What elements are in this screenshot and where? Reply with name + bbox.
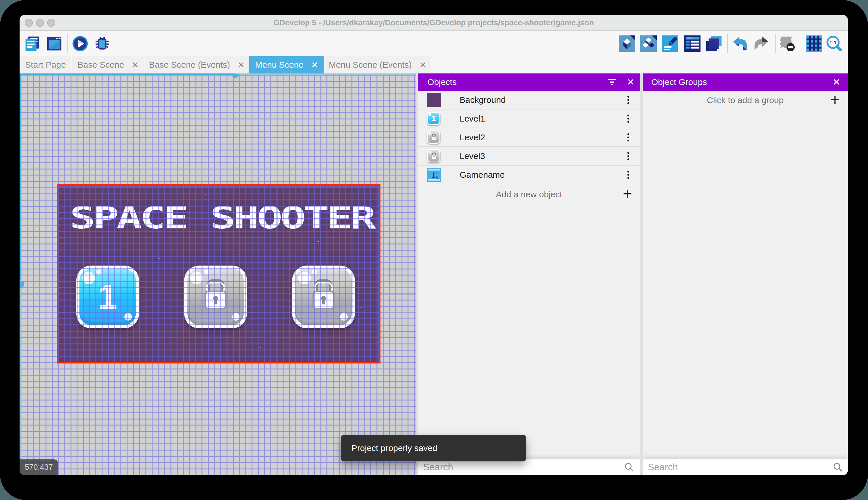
toggle-grid-icon[interactable] (806, 35, 822, 52)
toast-message: Project properly saved (351, 443, 437, 453)
object-label: Level1 (460, 110, 485, 128)
game-scene-preview[interactable]: SPACE SHOOTER 1 (57, 184, 380, 363)
cursor-coordinates-badge: 570;437 (20, 459, 58, 475)
close-tab-icon[interactable]: ✕ (237, 60, 245, 70)
canvas-vscroll-track[interactable] (20, 73, 21, 280)
objects-panel-icon[interactable] (619, 35, 635, 52)
debug-icon[interactable] (94, 35, 111, 52)
undo-icon[interactable] (731, 35, 748, 52)
filter-icon[interactable] (608, 78, 617, 86)
zoom-1to1-icon[interactable]: 1:1 (825, 35, 843, 52)
main-toolbar: 1:1 (20, 31, 848, 56)
tab-label: Menu Scene (Events) (329, 60, 412, 70)
level1-object-icon: 1 (427, 112, 440, 125)
start-page-icon[interactable] (46, 35, 62, 52)
groups-search-bar[interactable]: Search (643, 459, 848, 475)
tab-label: Base Scene (Events) (149, 60, 230, 70)
search-icon (624, 462, 634, 472)
groups-search-input[interactable]: Search (648, 459, 678, 475)
save-toast: Project properly saved (341, 435, 526, 462)
canvas-hscroll-track-light[interactable] (235, 73, 416, 75)
tab-menu-scene[interactable]: Menu Scene✕ (249, 56, 324, 73)
objects-panel-title: Objects (427, 73, 457, 91)
tab-menu-scene-events[interactable]: Menu Scene (Events)✕ (325, 56, 431, 73)
tab-label: Start Page (25, 60, 66, 70)
scene-editor-canvas[interactable]: SPACE SHOOTER 1 (20, 73, 416, 475)
tab-base-scene[interactable]: Base Scene✕ (72, 56, 144, 73)
object-label: Background (460, 91, 506, 109)
layers-panel-icon[interactable] (706, 35, 722, 52)
canvas-vscroll-track-light[interactable] (20, 280, 21, 475)
object-row-level1[interactable]: 1 Level1 (418, 110, 640, 128)
level3-object-icon (427, 149, 440, 162)
title-bar[interactable]: GDevelop 5 - /Users/dkarakay/Documents/G… (20, 15, 848, 31)
canvas-hscroll-track[interactable] (20, 73, 235, 75)
lock-icon (198, 277, 233, 317)
background-object-icon (427, 93, 441, 107)
gdevelop-window: GDevelop 5 - /Users/dkarakay/Documents/G… (20, 15, 848, 475)
object-menu-icon[interactable] (627, 171, 629, 172)
search-icon (833, 462, 843, 472)
object-label: Level2 (460, 128, 485, 146)
tab-base-scene-events[interactable]: Base Scene (Events)✕ (145, 56, 249, 73)
svg-text:x: x (436, 174, 438, 180)
tab-label: Menu Scene (255, 60, 303, 70)
level1-button[interactable]: 1 (76, 265, 139, 328)
object-menu-icon[interactable] (627, 96, 629, 98)
add-group-row[interactable]: Click to add a group + (643, 91, 848, 110)
object-row-level2[interactable]: Level2 (418, 128, 640, 147)
object-row-background[interactable]: Background (418, 91, 640, 110)
add-object-row[interactable]: Add a new object + (418, 184, 640, 204)
toolbar-separator (775, 34, 776, 53)
project-manager-icon[interactable] (24, 35, 40, 52)
window-title: GDevelop 5 - /Users/dkarakay/Documents/G… (20, 15, 848, 31)
object-label: Gamename (460, 166, 505, 184)
properties-panel-icon[interactable] (662, 35, 678, 52)
add-group-plus-icon[interactable]: + (830, 91, 840, 110)
lock-icon (306, 277, 341, 317)
toolbar-separator (801, 34, 801, 53)
object-menu-icon[interactable] (627, 115, 629, 116)
tab-start-page[interactable]: Start Page (20, 56, 71, 73)
toggle-mask-icon[interactable] (779, 35, 796, 52)
close-panel-icon[interactable]: ✕ (627, 73, 635, 91)
close-tab-icon[interactable]: ✕ (311, 60, 318, 70)
scene-title-text: SPACE SHOOTER (70, 201, 374, 236)
canvas-vscroll-thumb[interactable] (20, 281, 24, 288)
tab-label: Base Scene (78, 60, 124, 70)
close-panel-icon[interactable]: ✕ (833, 73, 840, 91)
objects-panel: Objects ✕ Background 1 Level1 Level2 (418, 73, 640, 475)
svg-text:1:1: 1:1 (830, 40, 836, 46)
add-group-label: Click to add a group (643, 91, 848, 110)
play-preview-icon[interactable] (72, 35, 89, 52)
canvas-hscroll-thumb[interactable] (232, 74, 239, 78)
toolbar-separator (727, 34, 728, 53)
toolbar-separator (67, 34, 68, 53)
instances-list-icon[interactable] (684, 35, 701, 52)
add-object-plus-icon[interactable]: + (623, 184, 632, 204)
tab-bar: Start Page Base Scene✕ Base Scene (Event… (20, 56, 848, 73)
text-object-icon: Tx (427, 168, 441, 182)
level2-object-icon (427, 130, 440, 144)
object-groups-panel-icon[interactable] (640, 35, 657, 52)
content-area: SPACE SHOOTER 1 (20, 73, 848, 475)
object-groups-panel-header: Object Groups ✕ (643, 73, 848, 91)
object-row-gamename[interactable]: Tx Gamename (418, 166, 640, 184)
object-groups-panel-title: Object Groups (651, 73, 707, 91)
close-tab-icon[interactable]: ✕ (131, 60, 139, 70)
objects-panel-header: Objects ✕ (418, 73, 640, 91)
close-tab-icon[interactable]: ✕ (419, 60, 426, 70)
object-groups-panel: Object Groups ✕ Click to add a group + S… (643, 73, 848, 475)
object-menu-icon[interactable] (627, 133, 629, 135)
level2-locked-button[interactable] (184, 265, 247, 328)
level1-button-label: 1 (80, 277, 136, 317)
object-label: Level3 (460, 147, 485, 165)
object-row-level3[interactable]: Level3 (418, 147, 640, 166)
panel-divider[interactable] (640, 73, 643, 475)
object-menu-icon[interactable] (627, 152, 629, 154)
redo-icon[interactable] (753, 35, 770, 52)
add-object-label: Add a new object (418, 184, 640, 204)
level3-locked-button[interactable] (292, 265, 355, 328)
